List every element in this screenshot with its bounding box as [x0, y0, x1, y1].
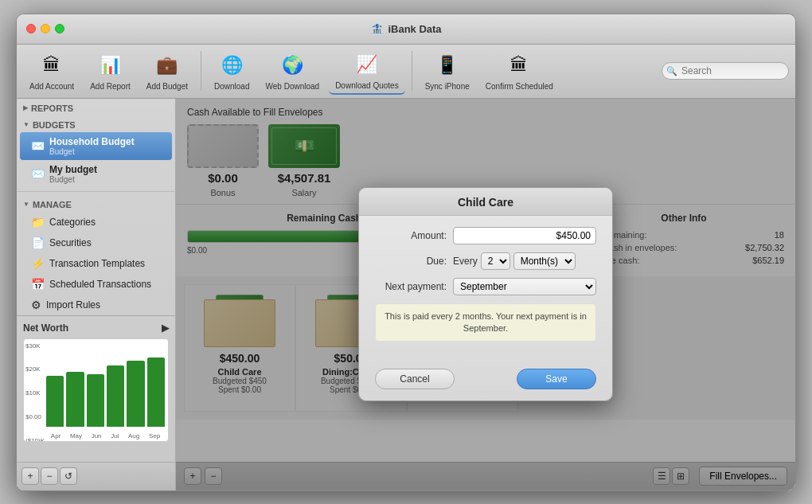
search-input[interactable] [662, 62, 789, 80]
bar-jul [107, 365, 124, 426]
bar-jun [87, 374, 104, 427]
bar-may [66, 372, 84, 427]
sync-iphone-button[interactable]: 📱 Sync iPhone [419, 48, 476, 94]
next-payment-row: Next payment: September October November [375, 278, 596, 295]
net-worth-section: Net Worth ▶ $30K $20K $10K $0.00 ($10)K [17, 315, 175, 462]
confirm-scheduled-button[interactable]: 🏛 Confirm Scheduled [479, 48, 560, 94]
add-account-label: Add Account [29, 82, 74, 91]
amount-input[interactable] [453, 227, 596, 244]
bar-sep [147, 357, 165, 427]
manage-triangle: ▼ [23, 201, 29, 208]
maximize-btn[interactable] [55, 24, 64, 33]
web-download-icon: 🌍 [278, 51, 306, 80]
chart-y-labels: $30K $20K $10K $0.00 ($10)K [25, 342, 45, 442]
budgets-header[interactable]: ▼ BUDGETS [17, 115, 175, 132]
manage-header[interactable]: ▼ MANAGE [17, 195, 175, 212]
bar-apr [46, 376, 64, 427]
sidebar-item-securities[interactable]: 📄 Securities [17, 232, 175, 253]
add-report-label: Add Report [90, 82, 131, 91]
sidebar-item-transaction-templates[interactable]: ⚡ Transaction Templates [17, 253, 175, 274]
modal-overlay: Child Care Amount: Due: Every 2 [176, 99, 795, 490]
web-download-label: Web Download [266, 82, 320, 91]
net-worth-header[interactable]: Net Worth ▶ [23, 322, 169, 334]
bar-aug [127, 361, 144, 427]
sidebar-refresh-btn[interactable]: ↺ [60, 467, 77, 485]
reports-header[interactable]: ▶ REPORTS [17, 99, 175, 115]
window-title: 🏦 iBank Data [370, 22, 441, 35]
next-payment-label: Next payment: [375, 281, 447, 292]
chart-bars [46, 342, 165, 427]
scheduled-icon: 📅 [31, 278, 45, 291]
templates-icon: ⚡ [31, 257, 45, 270]
download-icon: 🌐 [217, 51, 246, 80]
due-unit-select[interactable]: Month(s) Week(s) Year(s) [513, 252, 576, 270]
minimize-btn[interactable] [41, 24, 50, 33]
main-area: ▶ REPORTS ▼ BUDGETS ✉️ Household Budget … [17, 99, 795, 490]
sidebar-item-my-budget[interactable]: ✉️ My budget Budget [17, 160, 175, 188]
due-row: Due: Every 2 1 3 Month(s) We [375, 252, 596, 270]
child-care-modal: Child Care Amount: Due: Every 2 [358, 187, 613, 402]
modal-footer: Cancel Save [359, 362, 612, 400]
app-icon: 🏦 [370, 22, 384, 35]
download-quotes-label: Download Quotes [335, 81, 399, 90]
add-report-icon: 📊 [96, 51, 124, 80]
save-button[interactable]: Save [517, 369, 596, 389]
next-payment-select[interactable]: September October November [453, 278, 596, 295]
add-report-button[interactable]: 📊 Add Report [84, 48, 137, 94]
add-account-icon: 🏛 [37, 51, 66, 80]
close-btn[interactable] [26, 24, 36, 33]
sync-iphone-icon: 📱 [433, 51, 462, 80]
download-label: Download [214, 82, 249, 91]
main-window: 🏦 iBank Data 🏛 Add Account 📊 Add Report … [16, 14, 796, 491]
download-quotes-icon: 📈 [353, 50, 381, 79]
download-quotes-button[interactable]: 📈 Download Quotes [329, 47, 405, 95]
categories-icon: 📁 [31, 216, 45, 229]
envelope-icon-2: ✉️ [31, 167, 45, 180]
due-prefix: Every [453, 256, 478, 267]
sidebar-item-scheduled-transactions[interactable]: 📅 Scheduled Transactions [17, 274, 175, 295]
sidebar-item-household-budget[interactable]: ✉️ Household Budget Budget [20, 132, 172, 160]
content-area: Cash Available to Fill Envelopes $0.00 B… [176, 99, 795, 490]
securities-icon: 📄 [31, 236, 45, 249]
reports-triangle: ▶ [23, 104, 28, 111]
sidebar-add-btn[interactable]: + [21, 467, 39, 485]
add-account-button[interactable]: 🏛 Add Account [23, 48, 80, 94]
sidebar-item-categories[interactable]: 📁 Categories [17, 212, 175, 232]
separator-2 [412, 51, 412, 91]
cancel-button[interactable]: Cancel [375, 369, 455, 389]
sync-iphone-label: Sync iPhone [425, 82, 470, 91]
sidebar-item-import-rules[interactable]: ⚙ Import Rules [17, 295, 175, 315]
modal-title: Child Care [359, 188, 612, 216]
amount-label: Amount: [375, 230, 447, 241]
traffic-lights [26, 24, 64, 33]
item-text-2: My budget Budget [49, 164, 97, 184]
titlebar: 🏦 iBank Data [17, 14, 795, 45]
net-worth-arrow: ▶ [162, 322, 169, 334]
modal-note: This is paid every 2 months. Your next p… [375, 303, 596, 342]
due-label: Due: [375, 256, 447, 267]
budgets-triangle: ▼ [23, 121, 29, 128]
sidebar-divider-1 [17, 191, 175, 192]
confirm-scheduled-icon: 🏛 [505, 51, 533, 80]
search-wrapper [662, 62, 789, 80]
envelope-icon-1: ✉️ [31, 139, 45, 152]
due-controls: Every 2 1 3 Month(s) Week(s) Year(s) [453, 252, 576, 270]
add-budget-button[interactable]: 💼 Add Budget [140, 48, 194, 94]
sidebar-bottom-toolbar: + − ↺ [17, 462, 175, 490]
web-download-button[interactable]: 🌍 Web Download [260, 48, 326, 94]
sidebar-remove-btn[interactable]: − [41, 467, 58, 485]
chart-x-labels: Apr May Jun Jul Aug Sep [46, 432, 165, 440]
download-button[interactable]: 🌐 Download [208, 48, 256, 94]
modal-body: Amount: Due: Every 2 1 3 [359, 216, 612, 363]
separator-1 [201, 51, 201, 91]
add-budget-icon: 💼 [153, 51, 182, 80]
confirm-scheduled-label: Confirm Scheduled [486, 82, 553, 91]
amount-row: Amount: [375, 227, 596, 244]
sidebar: ▶ REPORTS ▼ BUDGETS ✉️ Household Budget … [17, 99, 176, 490]
import-rules-icon: ⚙ [31, 299, 41, 311]
net-worth-chart: $30K $20K $10K $0.00 ($10)K [23, 338, 169, 442]
toolbar: 🏛 Add Account 📊 Add Report 💼 Add Budget … [17, 45, 795, 99]
item-text-1: Household Budget Budget [49, 136, 135, 156]
add-budget-label: Add Budget [146, 82, 188, 91]
due-number-select[interactable]: 2 1 3 [481, 252, 510, 270]
